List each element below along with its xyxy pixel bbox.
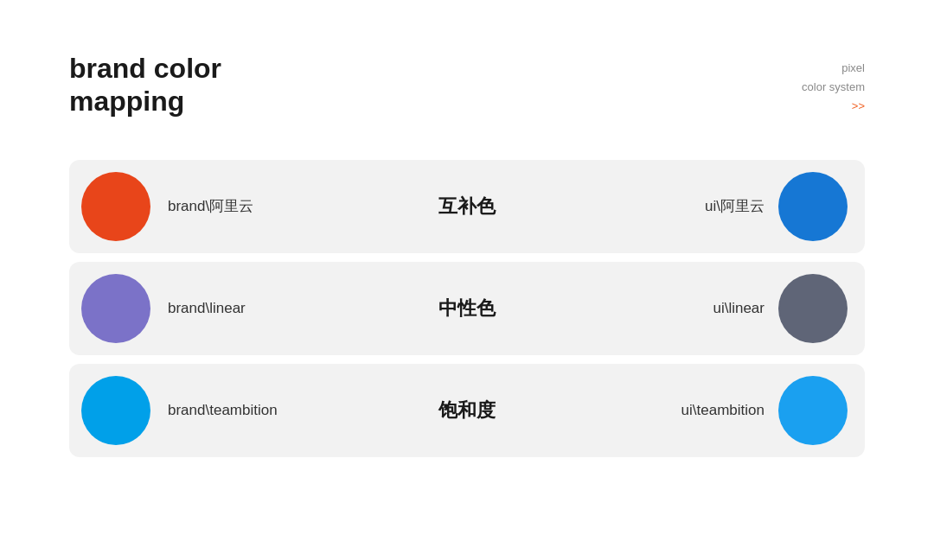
brand-label-aliyun: brand\阿里云 — [168, 196, 341, 216]
circle-ui-linear — [778, 274, 848, 343]
center-label-linear: 中性色 — [438, 296, 496, 321]
right-section-aliyun: ui\阿里云 — [661, 172, 848, 241]
circle-brand-linear — [81, 274, 150, 343]
circle-ui-teambition — [778, 376, 848, 445]
ui-label-linear: ui\linear — [661, 300, 764, 317]
row-linear: brand\linear 中性色 ui\linear — [69, 262, 865, 355]
right-section-linear: ui\linear — [661, 274, 848, 343]
header-section: brand color mapping pixel color system >… — [69, 52, 865, 118]
nav-pixel: pixel — [802, 59, 865, 78]
page-title: brand color mapping — [69, 52, 221, 118]
circle-brand-aliyun — [81, 172, 150, 241]
row-teambition: brand\teambition 饱和度 ui\teambition — [69, 364, 865, 457]
center-label-teambition: 饱和度 — [438, 398, 496, 423]
nav-arrow[interactable]: >> — [802, 97, 865, 116]
circle-brand-teambition — [81, 376, 150, 445]
center-label-aliyun: 互补色 — [438, 194, 496, 220]
ui-label-teambition: ui\teambition — [661, 402, 764, 419]
circle-ui-aliyun — [778, 172, 848, 241]
brand-label-linear: brand\linear — [168, 300, 341, 317]
nav-color-system: color system — [802, 78, 865, 97]
right-section-teambition: ui\teambition — [661, 376, 848, 445]
rows-container: brand\阿里云 互补色 ui\阿里云 brand\linear 中性色 ui… — [69, 160, 865, 457]
page-container: brand color mapping pixel color system >… — [0, 0, 934, 560]
ui-label-aliyun: ui\阿里云 — [661, 196, 764, 216]
top-right-nav[interactable]: pixel color system >> — [802, 59, 865, 116]
row-aliyun: brand\阿里云 互补色 ui\阿里云 — [69, 160, 865, 253]
brand-label-teambition: brand\teambition — [168, 402, 341, 419]
